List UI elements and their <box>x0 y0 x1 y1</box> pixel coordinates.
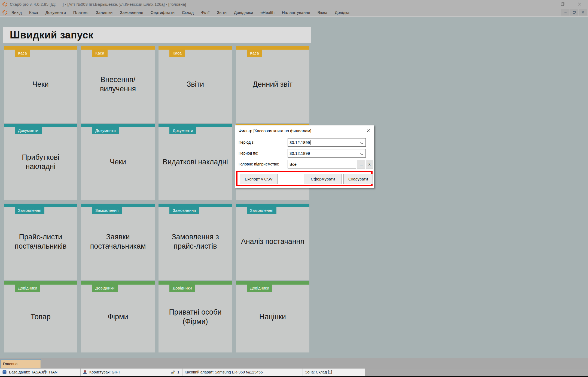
status-user: Користувач: GIFT <box>81 369 168 376</box>
tile-natsinky[interactable]: Довідники Націнки <box>236 281 309 352</box>
app-menu-icon <box>2 10 7 15</box>
browse-button[interactable]: ... <box>357 160 365 168</box>
tile-cheky-kasa[interactable]: Каса Чеки <box>4 46 77 123</box>
tile-label: Чеки <box>4 46 77 123</box>
status-database-text: База даних: TASA3@TITAN <box>9 370 57 374</box>
menu-item-certificates[interactable]: Сертифікати <box>151 10 175 15</box>
chevron-down-icon <box>360 152 363 155</box>
status-connections: 1 <box>168 369 182 376</box>
tile-label: Замовлення з прайс-листів <box>159 204 232 280</box>
tile-cheky-documents[interactable]: Документи Чеки <box>81 124 155 200</box>
status-connections-count: 1 <box>177 370 179 374</box>
status-cash-register: Касовий апарат: Samsung ER-350 №123456 <box>182 369 303 376</box>
bottom-tab-strip <box>0 358 588 369</box>
mdi-restore-button[interactable] <box>570 9 578 16</box>
menu-item-settings[interactable]: Налаштування <box>282 10 310 15</box>
tile-label: Чеки <box>81 124 155 200</box>
close-button[interactable] <box>571 0 588 8</box>
menu-item-help[interactable]: Довідка <box>335 10 349 15</box>
restore-button[interactable] <box>554 0 571 8</box>
generate-button[interactable]: Сформувати <box>304 174 342 184</box>
menu-item-ehealth[interactable]: eHealth <box>260 10 275 15</box>
status-user-text: Користувач: GIFT <box>89 370 120 374</box>
tile-label: Приватні особи (Фірми) <box>159 281 232 352</box>
main-enterprise-value: Все <box>290 162 297 167</box>
database-icon <box>2 370 7 375</box>
menu-item-directories[interactable]: Довідники <box>234 10 253 15</box>
period-to-combobox[interactable]: 30.12.1899 <box>288 149 366 158</box>
menu-item-reports[interactable]: Звіти <box>217 10 227 15</box>
status-zone-text: Зона: Склад [1] <box>305 370 332 374</box>
dialog-close-button[interactable] <box>362 125 374 136</box>
menu-bar: Вихід Каса Документи Платежі Залишки Зам… <box>0 8 588 17</box>
tile-label: Денний звіт <box>236 46 309 123</box>
status-bar: База даних: TASA3@TITAN Користувач: GIFT… <box>0 369 588 376</box>
tile-analiz-postachannia[interactable]: Замовлення Аналіз постачання <box>236 204 309 280</box>
tile-label: Націнки <box>236 281 309 352</box>
export-csv-button[interactable]: Експорт у CSV <box>240 174 278 184</box>
period-to-label: Период по: <box>239 151 258 155</box>
status-zone: Зона: Склад [1] <box>303 369 365 376</box>
mdi-minimize-button[interactable] <box>561 9 569 16</box>
tile-firmy[interactable]: Довідники Фірми <box>81 281 155 352</box>
menu-item-stock-balance[interactable]: Залишки <box>96 10 113 15</box>
tile-label: Товар <box>4 281 77 352</box>
tile-vnesennia-vyluchennia[interactable]: Каса Внесення/вилучення <box>81 46 155 123</box>
tile-label: Прайс-листи постачальників <box>4 204 77 280</box>
menu-item-warehouse[interactable]: Склад <box>182 10 194 15</box>
quick-launch-title: Швидкий запуск <box>10 29 93 41</box>
tile-tovar[interactable]: Довідники Товар <box>4 281 77 352</box>
window-title: Скарб pro v. 4.0.2.85 [ІД: ] - [Апт №003… <box>10 2 186 7</box>
menu-item-branches[interactable]: Філії <box>201 10 209 15</box>
tab-holovna[interactable]: Головна <box>1 359 41 368</box>
tile-prais-lysty-postachalnykiv[interactable]: Замовлення Прайс-листи постачальників <box>4 204 77 280</box>
status-cash-register-text: Касовий апарат: Samsung ER-350 №123456 <box>185 370 263 374</box>
status-database: База даних: TASA3@TITAN <box>0 369 81 376</box>
tile-label: Прибуткові накладні <box>4 124 77 200</box>
tile-row-orders: Замовлення Прайс-листи постачальників За… <box>4 204 310 280</box>
menu-item-payments[interactable]: Платежі <box>73 10 89 15</box>
menu-item-orders[interactable]: Замовлення <box>120 10 143 15</box>
tile-label: Видаткові накладні <box>159 124 232 200</box>
menu-item-kasa[interactable]: Каса <box>29 10 38 15</box>
tile-zaiavky-postachalnykam[interactable]: Замовлення Заявки постачальникам <box>81 204 155 280</box>
tile-zamovlennia-z-prais-lystiv[interactable]: Замовлення Замовлення з прайс-листів <box>159 204 232 280</box>
main-enterprise-label: Головне підприемство: <box>239 162 279 166</box>
filter-dialog-titlebar[interactable]: Фильтр [Кассовая книга по филиалам] <box>235 125 374 136</box>
tile-label: Фірми <box>81 281 155 352</box>
app-logo-icon <box>2 2 7 7</box>
tile-label: Внесення/вилучення <box>81 46 155 123</box>
menu-item-exit[interactable]: Вихід <box>11 10 22 15</box>
tile-label: Аналіз постачання <box>236 204 309 280</box>
mdi-close-button[interactable] <box>579 9 587 16</box>
clear-button[interactable]: X <box>366 160 373 168</box>
menu-item-windows[interactable]: Вікна <box>318 10 328 15</box>
chevron-down-icon <box>360 141 363 144</box>
user-icon <box>83 370 87 374</box>
filter-dialog-title: Фильтр [Кассовая книга по филиалам] <box>239 128 311 133</box>
connection-icon <box>170 370 175 375</box>
quick-launch-header: Швидкий запуск <box>3 27 311 43</box>
tile-label: Звіти <box>159 46 232 123</box>
cancel-button[interactable]: Скасувати <box>343 174 373 184</box>
tile-row-directories: Довідники Товар Довідники Фірми Довідник… <box>4 281 310 352</box>
tile-pryvatni-osoby[interactable]: Довідники Приватні особи (Фірми) <box>159 281 232 352</box>
filter-dialog: Фильтр [Кассовая книга по филиалам] Пері… <box>235 125 374 188</box>
mdi-window-controls <box>561 9 587 16</box>
tile-vydatkovi-nakladni[interactable]: Документи Видаткові накладні <box>159 124 232 200</box>
period-from-combobox[interactable]: 30.12.1899 <box>288 138 366 147</box>
tile-prybutkovi-nakladni[interactable]: Документи Прибуткові накладні <box>4 124 77 200</box>
menu-item-documents[interactable]: Документи <box>45 10 66 15</box>
tile-zvity-kasa[interactable]: Каса Звіти <box>159 46 232 123</box>
screen-bottom-edge <box>0 376 588 377</box>
tile-dennyi-zvit[interactable]: Каса Денний звіт <box>236 46 309 123</box>
tile-row-kasa: Каса Чеки Каса Внесення/вилучення Каса З… <box>4 46 310 123</box>
period-from-label: Період з: <box>239 140 255 144</box>
text-cursor <box>310 140 310 145</box>
period-from-value: 30.12.1899 <box>290 140 310 145</box>
title-bar: Скарб pro v. 4.0.2.85 [ІД: ] - [Апт №003… <box>0 0 588 8</box>
main-enterprise-input[interactable]: Все <box>288 160 356 168</box>
period-to-value: 30.12.1899 <box>290 151 310 156</box>
minimize-button[interactable] <box>537 0 554 8</box>
tile-label: Заявки постачальникам <box>81 204 155 280</box>
